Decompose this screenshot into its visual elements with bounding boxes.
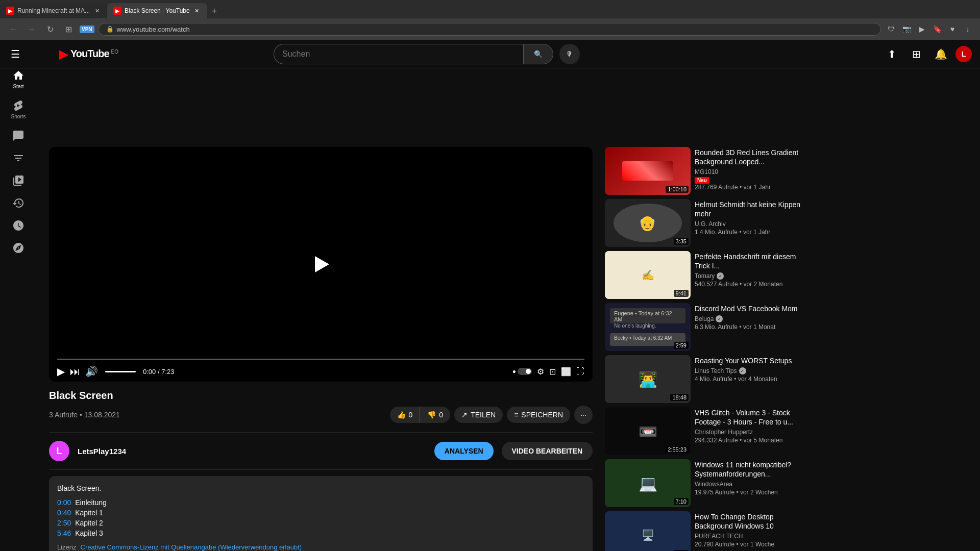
sidebar-item-library[interactable] [0, 170, 37, 191]
extension-icon-5[interactable]: ♥ [946, 23, 959, 35]
forward-button[interactable]: → [24, 22, 39, 36]
refresh-button[interactable]: ↻ [43, 22, 57, 36]
search-button[interactable]: 🔍 [523, 44, 553, 64]
sidebar-item-history[interactable] [0, 193, 37, 213]
save-icon: ≡ [514, 411, 518, 419]
rec-duration-0: 1:00:10 [666, 186, 689, 193]
rec-item-4[interactable]: 👨‍💻 18:48 Roasting Your WORST Setups Lin… [605, 355, 810, 403]
yt-logo[interactable]: ▶ YouTube EO [59, 47, 118, 61]
tab-minecraft[interactable]: ▶ Running Minecraft at MA... ✕ [0, 3, 107, 18]
rec-item-3[interactable]: Eugene • Today at 6:32 AMNo one's laughi… [605, 303, 810, 351]
channel-avatar[interactable]: L [49, 441, 69, 461]
url-bar[interactable]: 🔒 www.youtube.com/watch [99, 23, 881, 36]
play-pause-button[interactable]: ▶ [57, 365, 65, 378]
chapter-3-time[interactable]: 5:46 [57, 529, 71, 537]
like-count: 0 [409, 411, 413, 419]
volume-slider[interactable] [105, 371, 136, 372]
sidebar-item-watch-later[interactable] [0, 215, 37, 236]
extension-icon-2[interactable]: 📷 [900, 23, 913, 35]
extensions-button[interactable]: ⊞ [61, 22, 76, 36]
rec-info-4: Roasting Your WORST Setups Linus Tech Ti… [695, 355, 810, 403]
tab-title-blackscreen: Black Screen · YouTube [125, 7, 190, 14]
rec-item-0[interactable]: 1:00:10 Rounded 3D Red Lines Gradient Ba… [605, 147, 810, 195]
rec-thumb-1: 👴 3:35 [605, 199, 691, 247]
back-button[interactable]: ← [6, 22, 20, 36]
license-row: Lizenz Creative Commons-Lizenz mit Quell… [57, 543, 584, 551]
tab-close-blackscreen[interactable]: ✕ [193, 7, 201, 15]
chapter-0: 0:00 Einleitung [57, 498, 584, 507]
video-bearbeiten-button[interactable]: VIDEO BEARBEITEN [502, 442, 593, 460]
rec-item-7[interactable]: 🖥️ 6:11 How To Change Desktop Background… [605, 511, 810, 551]
volume-button[interactable]: 🔊 [85, 365, 98, 378]
tab-favicon-blackscreen: ▶ [113, 7, 121, 15]
rec-info-1: Helmut Schmidt hat keine Kippen mehr U.G… [695, 199, 810, 247]
extension-icon-6[interactable]: ↓ [962, 23, 974, 35]
save-button[interactable]: ≡ SPEICHERN [507, 407, 570, 423]
sidebar-item-explore[interactable] [0, 238, 37, 258]
sidebar-label-shorts: Shorts [11, 114, 26, 119]
theater-button[interactable]: ⬜ [561, 367, 571, 377]
share-button[interactable]: ↗ TEILEN [454, 407, 503, 423]
tab-blackscreen[interactable]: ▶ Black Screen · YouTube ✕ [107, 3, 207, 18]
upload-button[interactable]: ⬆ [882, 44, 902, 64]
rec-meta-1: 1,4 Mio. Aufrufe • vor 1 Jahr [695, 229, 810, 236]
sidebar-item-home[interactable]: Start [0, 65, 37, 93]
rec-item-5[interactable]: 📼 2:55:23 VHS Glitch - Volume 3 - Stock … [605, 407, 810, 455]
recommendations: 1:00:10 Rounded 3D Red Lines Gradient Ba… [605, 147, 810, 551]
more-options-button[interactable]: ··· [574, 406, 593, 424]
rec-info-7: How To Change Desktop Background Windows… [695, 511, 810, 551]
chapter-1-time[interactable]: 0:40 [57, 509, 71, 517]
rec-duration-2: 9:41 [674, 290, 689, 297]
user-avatar[interactable]: L [955, 46, 972, 62]
sidebar-item-shorts[interactable]: Shorts [0, 95, 37, 123]
fullscreen-button[interactable]: ⛶ [576, 367, 584, 376]
toolbar-icons: 🛡 📷 ▶ 🔖 ♥ ↓ [885, 23, 974, 35]
analysen-button[interactable]: ANALYSEN [434, 442, 494, 460]
notifications-button[interactable]: 🔔 [931, 44, 951, 64]
rec-item-6[interactable]: 💻 7:10 Windows 11 nicht kompatibel? Syst… [605, 459, 810, 507]
verified-icon-4: ✓ [739, 367, 746, 374]
settings-button[interactable]: ⚙ [537, 367, 544, 377]
video-actions: 👍 0 👎 0 ↗ TEILEN ≡ SPEICH [390, 406, 593, 424]
tab-close-minecraft[interactable]: ✕ [93, 7, 101, 15]
hamburger-menu[interactable]: ☰ [8, 47, 22, 61]
like-button[interactable]: 👍 0 [390, 407, 421, 423]
sidebar-item-subscriptions[interactable] [0, 148, 37, 168]
rec-title-7: How To Change Desktop Background Windows… [695, 512, 810, 531]
extension-icon-3[interactable]: ▶ [916, 23, 928, 35]
extension-icon-1[interactable]: 🛡 [885, 23, 897, 35]
miniplayer-button[interactable]: ⊡ [549, 367, 556, 377]
extension-icon-4[interactable]: 🔖 [931, 23, 943, 35]
next-button[interactable]: ⏭ [70, 366, 80, 378]
yt-logo-eo: EO [111, 49, 118, 55]
new-tab-button[interactable]: + [207, 4, 222, 18]
rec-info-5: VHS Glitch - Volume 3 - Stock Footage - … [695, 407, 810, 455]
messages-icon [12, 130, 24, 142]
yt-header: ☰ ▶ YouTube EO 🔍 🎙 ⬆ ⊞ 🔔 L [0, 40, 980, 68]
channel-info: LetsPlay1234 [78, 447, 126, 456]
rec-item-2[interactable]: ✍️ 9:41 Perfekte Handschrift mit diesem … [605, 251, 810, 299]
video-player[interactable]: ▶ ⏭ 🔊 0:00 / 7:23 ● ⚙ ⊡ ⬜ ⛶ [49, 147, 593, 382]
yt-container: Start Shorts [0, 108, 980, 551]
license-link[interactable]: Creative Commons-Lizenz mit Quellenangab… [81, 543, 302, 551]
chapter-1-name: Kapitel 1 [75, 509, 103, 517]
rec-meta-6: 19.975 Aufrufe • vor 2 Wochen [695, 489, 810, 496]
rec-title-2: Perfekte Handschrift mit diesem Trick I.… [695, 252, 810, 270]
play-overlay-button[interactable] [304, 247, 338, 282]
channel-name[interactable]: LetsPlay1234 [78, 447, 126, 456]
license-label: Lizenz [57, 543, 77, 551]
autoplay-toggle[interactable]: ● [512, 368, 532, 375]
description-text: Black Screen. [57, 484, 584, 492]
rec-item-1[interactable]: 👴 3:35 Helmut Schmidt hat keine Kippen m… [605, 199, 810, 247]
chapter-0-time[interactable]: 0:00 [57, 498, 71, 507]
dislike-button[interactable]: 👎 0 [420, 407, 450, 423]
sidebar-item-messages[interactable] [0, 126, 37, 146]
apps-button[interactable]: ⊞ [906, 44, 927, 64]
chapter-2-time[interactable]: 2:50 [57, 519, 71, 527]
video-section: ▶ ⏭ 🔊 0:00 / 7:23 ● ⚙ ⊡ ⬜ ⛶ [49, 147, 593, 551]
mic-button[interactable]: 🎙 [559, 44, 580, 64]
search-input[interactable] [274, 44, 523, 64]
library-icon [12, 174, 24, 187]
rec-info-2: Perfekte Handschrift mit diesem Trick I.… [695, 251, 810, 299]
progress-bar[interactable] [57, 359, 584, 360]
